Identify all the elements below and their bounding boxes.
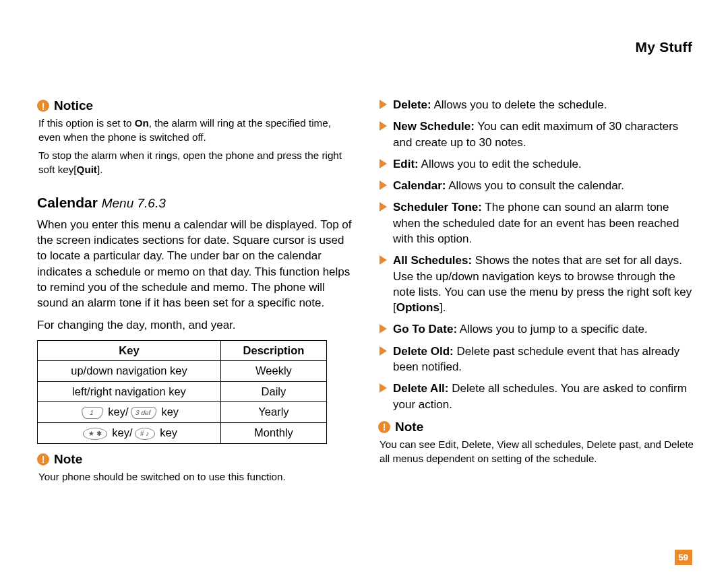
notice-text-1a: If this option is set to: [38, 117, 135, 129]
keycap-3-icon: 3 def: [130, 407, 157, 419]
key-suffix: key: [157, 426, 177, 439]
item-term: Edit:: [393, 158, 419, 170]
triangle-bullet-icon: [380, 346, 387, 356]
navigation-key-table: Key Description up/down navigation key W…: [37, 340, 327, 444]
notice-body-1: If this option is set to On, the alarm w…: [38, 117, 354, 145]
item-term: New Schedule:: [393, 120, 475, 133]
calendar-menu-id: Menu 7.6.3: [102, 196, 166, 210]
calendar-paragraph-2: For changing the day, month, and year.: [37, 317, 354, 333]
left-column: Notice If this option is set to On, the …: [37, 97, 354, 488]
cell-desc: Monthly: [220, 423, 326, 444]
table-row: ★ ✱ key/# ♪ key Monthly: [38, 423, 327, 444]
cell-key: 1 key/3 def key: [38, 402, 221, 423]
table-row: up/down navigation key Weekly: [38, 361, 327, 382]
page-header-title: My Stuff: [37, 39, 696, 55]
notice-text-2c: ].: [97, 164, 102, 175]
triangle-bullet-icon: [380, 383, 387, 393]
table-header-row: Key Description: [38, 340, 327, 361]
item-text-c: ].: [439, 301, 446, 314]
list-item: All Schedules: Shows the notes that are …: [378, 253, 695, 315]
note-heading-right: Note: [378, 418, 695, 436]
item-term: Go To Date:: [393, 323, 457, 335]
notice-label: Notice: [54, 97, 93, 115]
notice-body-2: To stop the alarm when it rings, open th…: [38, 149, 354, 177]
list-item: Go To Date: Allows you to jump to a spec…: [378, 321, 695, 337]
table-row: 1 key/3 def key Yearly: [38, 402, 327, 423]
key-sep: key/: [105, 406, 129, 418]
note-heading-left: Note: [37, 451, 354, 468]
cell-key: ★ ✱ key/# ♪ key: [38, 423, 221, 444]
item-term: Delete Old:: [393, 345, 454, 358]
notice-heading: Notice: [37, 97, 354, 115]
list-item: Edit: Allows you to edit the schedule.: [378, 156, 695, 172]
list-item: Delete All: Delete all schedules. You ar…: [378, 381, 695, 412]
cell-key: up/down navigation key: [38, 361, 221, 382]
triangle-bullet-icon: [380, 202, 387, 212]
key-sep: key/: [109, 426, 133, 439]
key-suffix: key: [158, 406, 179, 418]
triangle-bullet-icon: [380, 100, 387, 109]
note-icon: [378, 421, 390, 433]
item-text: Allows you to jump to a specific date.: [457, 323, 648, 335]
item-term: Calendar:: [393, 179, 446, 192]
item-text: Allows you to edit the schedule.: [419, 158, 582, 170]
triangle-bullet-icon: [380, 181, 387, 190]
item-bold-options: Options: [396, 301, 439, 314]
calendar-heading: Calendar Menu 7.6.3: [37, 193, 354, 213]
triangle-bullet-icon: [380, 159, 387, 168]
note-body-right: You can see Edit, Delete, View all sched…: [380, 438, 695, 466]
cell-key: left/right navigation key: [38, 381, 221, 402]
th-key: Key: [38, 340, 221, 361]
notice-bold-on: On: [135, 117, 149, 129]
keycap-1-icon: 1: [81, 407, 103, 419]
list-item: Delete: Allows you to delete the schedul…: [378, 97, 695, 112]
note-label-left: Note: [54, 451, 82, 468]
options-list: Delete: Allows you to delete the schedul…: [378, 97, 695, 412]
page-number: 59: [675, 550, 692, 565]
calendar-title: Calendar: [37, 195, 98, 210]
table-row: left/right navigation key Daily: [38, 381, 327, 402]
keycap-star-icon: ★ ✱: [83, 428, 107, 440]
cell-desc: Yearly: [220, 402, 326, 423]
list-item: New Schedule: You can edit maximum of 30…: [378, 119, 695, 150]
list-item: Delete Old: Delete past schedule event t…: [378, 344, 695, 375]
page-number-box: 59: [675, 551, 692, 563]
item-term: Delete All:: [393, 382, 449, 395]
note-body-left: Your phone should be switched on to use …: [38, 470, 354, 484]
two-column-layout: Notice If this option is set to On, the …: [37, 97, 696, 488]
cell-desc: Weekly: [220, 361, 326, 382]
item-term: All Schedules:: [393, 254, 472, 267]
calendar-paragraph-1: When you enter this menu a calendar will…: [37, 217, 354, 311]
item-text: Allows you to consult the calendar.: [446, 179, 624, 192]
note-label-right: Note: [395, 418, 423, 436]
notice-bold-quit: Quit: [77, 164, 97, 175]
note-icon: [37, 453, 49, 465]
cell-desc: Daily: [220, 381, 326, 402]
th-description: Description: [220, 340, 326, 361]
right-column: Delete: Allows you to delete the schedul…: [378, 97, 695, 488]
list-item: Calendar: Allows you to consult the cale…: [378, 178, 695, 193]
item-term: Delete:: [393, 98, 431, 111]
manual-page: My Stuff Notice If this option is set to…: [37, 39, 696, 551]
triangle-bullet-icon: [380, 255, 387, 265]
item-text: Allows you to delete the schedule.: [431, 98, 607, 111]
triangle-bullet-icon: [380, 121, 387, 131]
notice-icon: [37, 100, 49, 112]
item-term: Scheduler Tone:: [393, 201, 482, 214]
list-item: Scheduler Tone: The phone can sound an a…: [378, 199, 695, 247]
keycap-hash-icon: # ♪: [135, 428, 155, 440]
triangle-bullet-icon: [380, 324, 387, 333]
